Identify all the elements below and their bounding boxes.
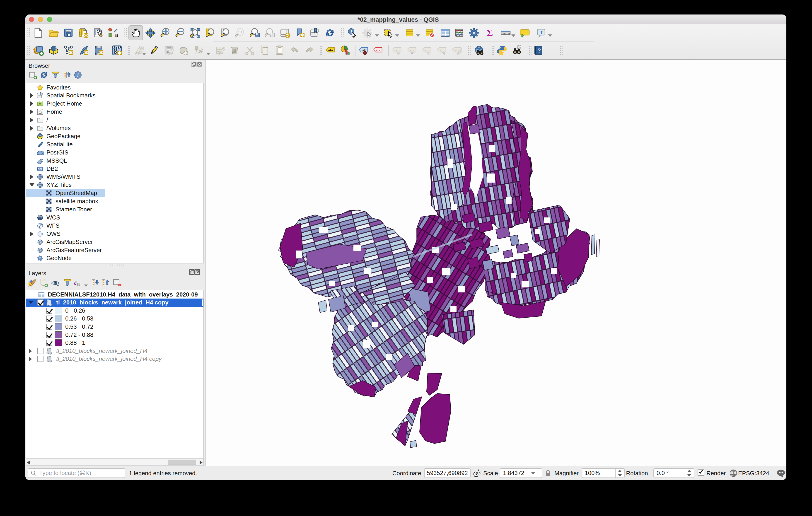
svg-text:i: i — [350, 29, 352, 35]
svg-text:i: i — [77, 72, 79, 78]
svg-text:Σ: Σ — [487, 28, 493, 38]
svg-text:DB2: DB2 — [38, 168, 42, 171]
svg-text:ab: ab — [396, 48, 400, 52]
svg-text:?: ? — [538, 47, 541, 54]
svg-text:T: T — [540, 30, 543, 35]
svg-text:a: a — [115, 32, 118, 38]
svg-text:1:1: 1:1 — [238, 31, 242, 34]
svg-text:abc: abc — [439, 48, 445, 52]
svg-text:abc: abc — [410, 48, 415, 52]
svg-text:abc: abc — [425, 48, 431, 52]
svg-text:abc: abc — [328, 48, 334, 52]
svg-text:abc: abc — [376, 48, 381, 52]
svg-text:ε: ε — [74, 279, 77, 286]
